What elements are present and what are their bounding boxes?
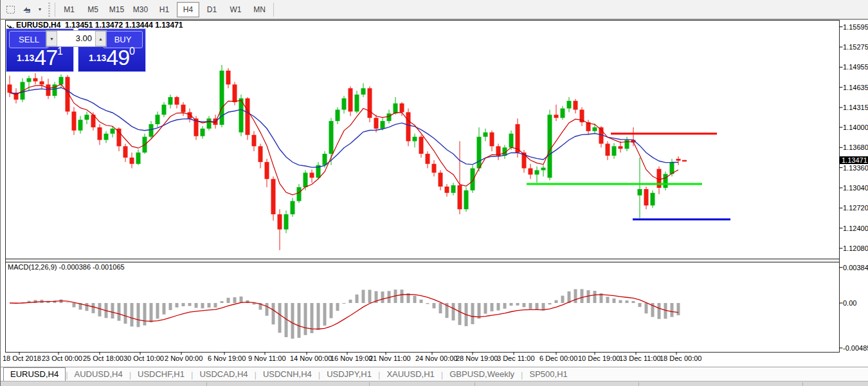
- sell-price: 1.13471: [6, 45, 73, 70]
- volume-value[interactable]: 3.00: [57, 31, 95, 46]
- timeframe-button-mn[interactable]: MN: [248, 2, 271, 17]
- time-axis-label: 9 Nov 11:00: [248, 354, 286, 362]
- symbol-tab-xauusd[interactable]: XAUUSD,H1: [380, 368, 440, 381]
- price-axis-label: 1.14955: [843, 63, 868, 71]
- time-axis-label: 18 Dec 00:00: [660, 354, 701, 362]
- time-axis-label: 24 Nov 00:00: [415, 354, 457, 362]
- volume-spinner: ▼ 3.00 ▲: [46, 30, 107, 47]
- timeframe-button-m30[interactable]: M30: [129, 2, 152, 17]
- time-axis-label: 21 Nov 11:00: [369, 354, 411, 362]
- dropdown-caret-icon[interactable]: ▾: [37, 3, 43, 16]
- time-axis-label: 18 Oct 2018: [3, 354, 41, 362]
- time-axis-label: 13 Dec 11:00: [619, 354, 661, 362]
- symbol-tab-usdjpy[interactable]: USDJPY,H1: [320, 368, 378, 381]
- timeframe-button-m15[interactable]: M15: [105, 2, 128, 17]
- buy-price: 1.13490: [78, 45, 145, 70]
- mt4-chart-window: ▾ M1M5M15M30H1H4D1W1MN EURUSD,H4 1.13451…: [0, 0, 868, 386]
- time-axis-label: 30 Oct 10:00: [123, 354, 164, 362]
- timeframe-group: M1M5M15M30H1H4D1W1MN: [57, 2, 271, 17]
- symbol-tab-usdcad[interactable]: USDCAD,H4: [193, 368, 254, 381]
- price-axis-label: 1.13040: [843, 184, 868, 192]
- status-bar: [1, 381, 868, 386]
- toolbar-separator-2: [273, 3, 274, 17]
- price-axis-label: 1.14000: [843, 124, 868, 131]
- time-axis-label: 28 Nov 19:00: [456, 354, 498, 362]
- price-axis-label: 1.12720: [843, 204, 868, 212]
- timeframe-button-m5[interactable]: M5: [82, 2, 104, 17]
- price-axis-label: 1.15275: [843, 43, 868, 51]
- current-price-label: 1.13471: [840, 156, 868, 164]
- symbol-tab-eurusd[interactable]: EURUSD,H4: [3, 367, 66, 381]
- timeframe-button-h1[interactable]: H1: [153, 2, 176, 17]
- macd-indicator-label: MACD(12,26,9) -0.000386 -0.001065: [8, 263, 125, 271]
- timeframe-button-w1[interactable]: W1: [224, 2, 247, 17]
- price-axis-label: 1.12080: [843, 244, 868, 252]
- volume-increase-button[interactable]: ▲: [95, 31, 106, 46]
- toolbar-grip[interactable]: [48, 3, 50, 17]
- macd-axis-label: 0.00: [843, 299, 856, 307]
- time-axis-label: 2 Nov 00:00: [165, 354, 203, 362]
- toolbar-separator: [55, 3, 55, 17]
- time-axis-label: 14 Nov 00:00: [290, 354, 332, 362]
- price-axis-label: 1.14635: [843, 84, 868, 91]
- symbol-tab-audusd[interactable]: AUDUSD,H4: [68, 368, 129, 381]
- time-axis-label: 25 Oct 18:00: [83, 354, 123, 362]
- volume-decrease-button[interactable]: ▼: [46, 31, 57, 46]
- chart-tabbar: EURUSD,H4|AUDUSD,H4|USDCHF,H1|USDCAD,H4|…: [1, 367, 868, 381]
- time-axis-label: 3 Dec 11:00: [497, 354, 535, 362]
- macd-axis-label: 0.003847: [843, 264, 868, 271]
- timeframe-button-m1[interactable]: M1: [58, 2, 80, 17]
- time-axis-label: 6 Nov 19:00: [208, 354, 246, 362]
- symbol-tab-usdchf[interactable]: USDCHF,H1: [131, 368, 191, 381]
- time-axis-label: 23 Oct 00:00: [42, 354, 82, 362]
- chart-shift-icon[interactable]: [3, 3, 17, 16]
- toolbar: ▾ M1M5M15M30H1H4D1W1MN: [1, 0, 868, 20]
- timeframe-button-h4[interactable]: H4: [177, 2, 199, 17]
- price-axis-label: 1.12400: [843, 225, 868, 232]
- time-axis-label: 16 Nov 19:00: [330, 354, 372, 362]
- symbol-tab-sp500[interactable]: SP500,H1: [523, 368, 574, 381]
- price-axis-label: 1.15595: [843, 23, 868, 31]
- price-axis-label: 1.13360: [843, 164, 868, 172]
- symbol-tab-usdcnh[interactable]: USDCNH,H4: [257, 368, 318, 381]
- time-axis-label: 6 Dec 00:00: [539, 354, 577, 362]
- auto-scroll-icon[interactable]: [20, 3, 34, 16]
- time-axis-label: 10 Dec 19:00: [578, 354, 620, 362]
- price-axis-label: 1.13680: [843, 143, 868, 151]
- macd-axis-label: -0.004856: [843, 344, 868, 352]
- price-axis-label: 1.14315: [843, 104, 868, 111]
- symbol-tab-gbpusd[interactable]: GBPUSD,Weekly: [443, 368, 521, 381]
- one-click-trading-panel: SELL 1.13471 BUY 1.13490 ▼ 3.00 ▲: [6, 28, 146, 72]
- timeframe-button-d1[interactable]: D1: [201, 2, 223, 17]
